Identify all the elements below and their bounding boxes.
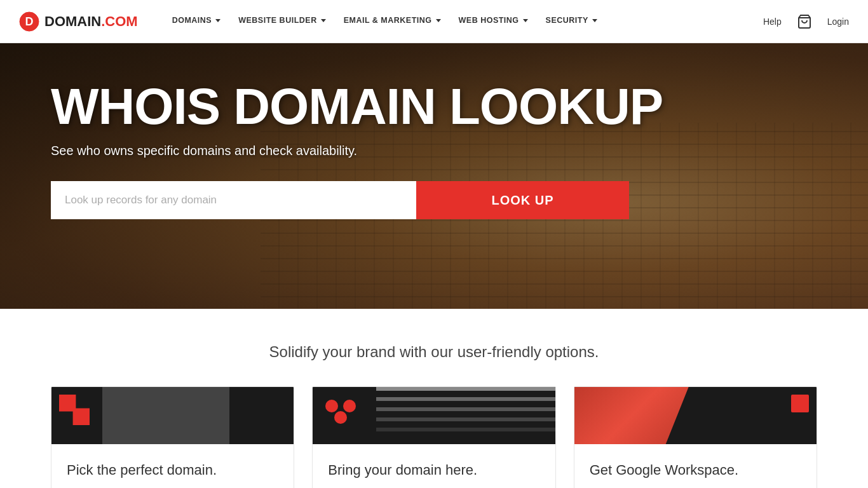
nav-item-security[interactable]: SECURITY bbox=[537, 0, 606, 43]
domain-search-input[interactable] bbox=[51, 181, 416, 219]
tagline-section: Solidify your brand with our user-friend… bbox=[0, 309, 868, 386]
card-title-3: Get Google Workspace. bbox=[590, 462, 801, 478]
card-thumbnail-1 bbox=[51, 387, 294, 444]
card-title-1: Pick the perfect domain. bbox=[67, 462, 278, 478]
card-body-3: Get Google Workspace. Create a branded e… bbox=[574, 444, 817, 488]
hero-section: WHOIS DOMAIN LOOKUP See who owns specifi… bbox=[0, 43, 868, 309]
help-link[interactable]: Help bbox=[763, 17, 782, 27]
logo-brand-text: DOMAIN.COM bbox=[44, 13, 138, 30]
logo-icon: D bbox=[19, 11, 39, 32]
cards-section: Pick the perfect domain. Search hundreds… bbox=[0, 386, 868, 488]
site-header: D DOMAIN.COM DOMAINS WEBSITE BUILDER EMA… bbox=[0, 0, 868, 43]
nav-item-email-marketing[interactable]: EMAIL & MARKETING bbox=[335, 0, 450, 43]
cart-icon[interactable] bbox=[797, 14, 812, 29]
card-title-2: Bring your domain here. bbox=[328, 462, 539, 478]
card-body-1: Pick the perfect domain. Search hundreds… bbox=[51, 444, 294, 488]
card-thumbnail-2 bbox=[313, 387, 555, 444]
svg-text:D: D bbox=[25, 15, 34, 28]
card-domain: Pick the perfect domain. Search hundreds… bbox=[51, 386, 294, 488]
hero-content: WHOIS DOMAIN LOOKUP See who owns specifi… bbox=[0, 43, 868, 219]
header-right-actions: Help Login bbox=[763, 14, 849, 29]
card-thumbnail-3 bbox=[574, 387, 817, 444]
chevron-down-icon bbox=[321, 19, 326, 22]
chevron-down-icon bbox=[523, 19, 528, 22]
card-transfer: Bring your domain here. Transfer a domai… bbox=[312, 386, 555, 488]
site-logo[interactable]: D DOMAIN.COM bbox=[19, 11, 138, 32]
hero-subtitle: See who owns specific domains and check … bbox=[51, 144, 868, 158]
nav-item-website-builder[interactable]: WEBSITE BUILDER bbox=[229, 0, 334, 43]
lookup-button[interactable]: LOOK UP bbox=[416, 181, 629, 219]
nav-item-domains[interactable]: DOMAINS bbox=[163, 0, 230, 43]
search-row: LOOK UP bbox=[51, 181, 750, 219]
main-nav: DOMAINS WEBSITE BUILDER EMAIL & MARKETIN… bbox=[163, 0, 763, 43]
card-body-2: Bring your domain here. Transfer a domai… bbox=[313, 444, 555, 488]
chevron-down-icon bbox=[215, 19, 220, 22]
nav-item-web-hosting[interactable]: WEB HOSTING bbox=[450, 0, 537, 43]
hero-title: WHOIS DOMAIN LOOKUP bbox=[51, 81, 868, 132]
card-workspace: Get Google Workspace. Create a branded e… bbox=[574, 386, 817, 488]
chevron-down-icon bbox=[592, 19, 597, 22]
tagline-text: Solidify your brand with our user-friend… bbox=[0, 343, 868, 361]
chevron-down-icon bbox=[436, 19, 441, 22]
login-button[interactable]: Login bbox=[827, 17, 849, 27]
